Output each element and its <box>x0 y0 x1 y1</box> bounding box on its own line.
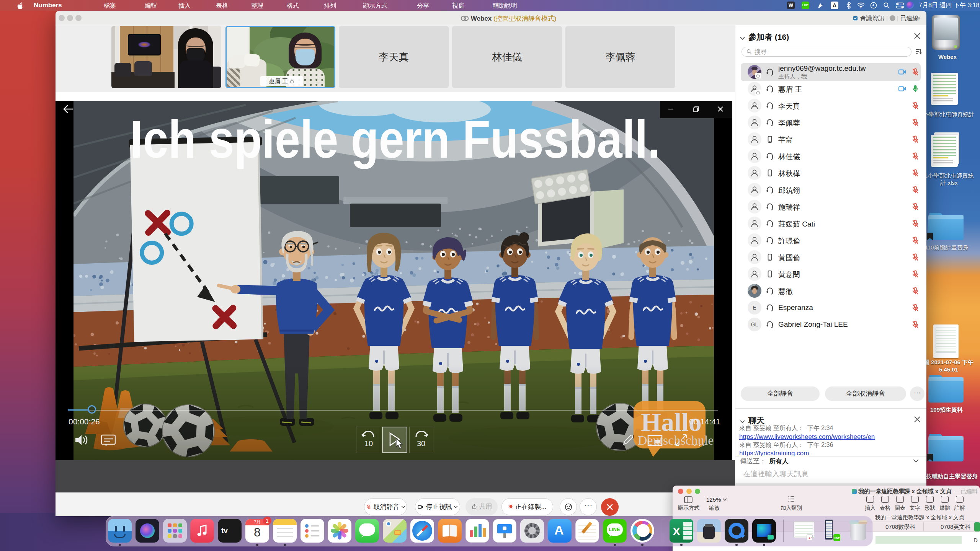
svg-text:10: 10 <box>364 439 373 448</box>
svg-text:Ich spiele gern Fussball.: Ich spiele gern Fussball. <box>130 109 660 169</box>
svg-text:30: 30 <box>417 439 425 448</box>
